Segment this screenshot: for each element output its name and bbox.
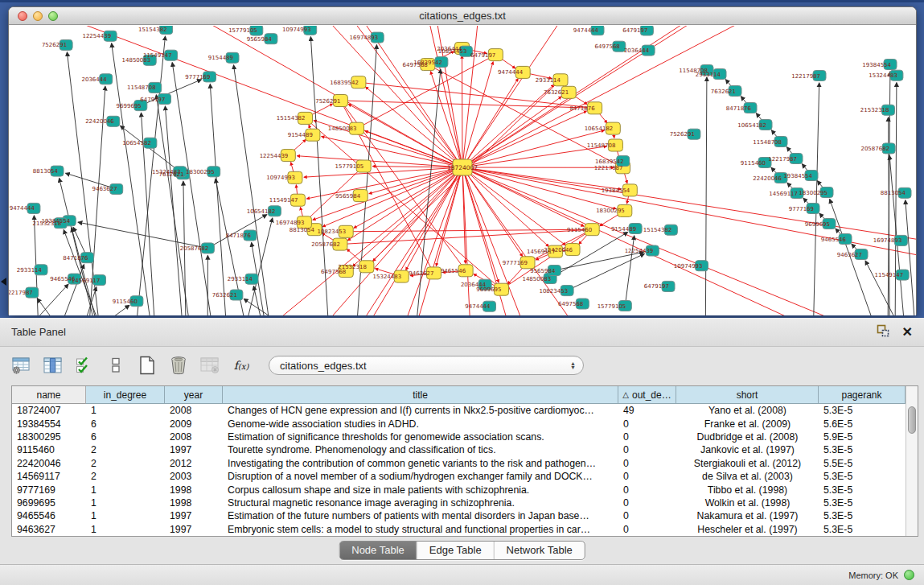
network-edge-black <box>121 126 180 171</box>
column-header-in_degree[interactable]: in_degree <box>86 386 165 404</box>
tab-node-table[interactable]: Node Table <box>339 542 417 559</box>
column-header-out_de[interactable]: △out_de… <box>618 386 676 404</box>
table-row[interactable]: 977716911998Corpus callosum shape and si… <box>12 483 906 496</box>
cell-year: 2003 <box>165 471 223 482</box>
table-row[interactable]: 946554611997Estimation of the future num… <box>12 509 906 522</box>
network-edge-red <box>462 26 916 167</box>
network-node-label: 19384554 <box>783 173 812 179</box>
column-header-year[interactable]: year <box>165 386 223 404</box>
network-node-label: 12254439 <box>625 248 654 254</box>
tab-edge-table[interactable]: Edge Table <box>417 542 494 559</box>
table-row[interactable]: 946362711997Embryonic stem cells: a mode… <box>12 523 906 536</box>
cell-short: Nakamura et al. (1997) <box>676 510 819 521</box>
network-node-label: 12217987 <box>791 73 820 80</box>
network-graph[interactable]: 6497568203644464791979474444293311476326… <box>9 26 916 315</box>
cell-year: 2012 <box>165 458 223 469</box>
cell-in_degree: 1 <box>86 524 165 535</box>
network-window[interactable]: citations_edges.txt 64975682036444647919… <box>8 6 917 315</box>
delete-table-icon <box>198 353 222 377</box>
table-selector-dropdown[interactable]: citations_edges.txt ▲▼ <box>269 356 584 375</box>
network-edge-red <box>462 146 607 167</box>
column-header-label: out_de… <box>632 389 671 401</box>
table-row[interactable]: 911546021997Tourette syndrome. Phenomeno… <box>12 443 906 456</box>
float-panel-icon[interactable] <box>877 324 889 340</box>
network-node-label: 16974893 <box>276 220 305 226</box>
show-columns-icon[interactable] <box>41 353 65 377</box>
network-node-label: 10974993 <box>282 27 311 33</box>
create-column-icon[interactable] <box>135 353 159 377</box>
table-row[interactable]: 1456911722003Disruption of a novel membe… <box>12 470 906 483</box>
table-row[interactable]: 1938455462009Genome-wide association stu… <box>12 417 906 430</box>
network-node-label: 9154489 <box>611 226 636 233</box>
cell-pagerank: 5.5E-5 <box>819 458 906 469</box>
network-node-label: 11548708 <box>587 142 616 149</box>
table-row[interactable]: 1830029562008Estimation of significance … <box>12 431 906 443</box>
delete-column-icon[interactable] <box>166 353 191 377</box>
table-header-row: namein_degreeyeartitle△out_de…shortpager… <box>12 386 906 404</box>
network-edge-black <box>210 84 228 315</box>
tab-network-table[interactable]: Network Table <box>494 542 585 559</box>
network-node-label: 15324483 <box>152 169 181 175</box>
cell-in_degree: 1 <box>86 497 165 509</box>
network-node-label: 2036444 <box>624 47 650 54</box>
network-window-titlebar[interactable]: citations_edges.txt <box>9 7 916 25</box>
network-node-label: 9474444 <box>498 69 524 76</box>
table-vertical-scrollbar[interactable] <box>906 386 918 536</box>
network-node-label: 9154489 <box>208 55 233 61</box>
network-node-label: 8471876 <box>63 255 88 262</box>
network-canvas[interactable]: 6497568203644464791979474444293311476326… <box>9 26 916 315</box>
cell-short: de Silva et al. (2003) <box>676 471 819 482</box>
cell-out_degree: 0 <box>618 510 676 521</box>
table-row[interactable]: 1872400712008Changes of HCN gene express… <box>12 404 906 417</box>
network-node-label: 15779105 <box>335 163 364 170</box>
cell-year: 2009 <box>165 418 223 430</box>
network-node-label: 18300295 <box>799 190 827 196</box>
network-node-label: 22420046 <box>753 175 782 182</box>
cell-pagerank: 5.3E-5 <box>819 510 906 521</box>
table-type-tabs: Node TableEdge TableNetwork Table <box>339 541 585 560</box>
network-node-label: 10654182 <box>247 208 276 215</box>
zoom-button[interactable] <box>48 11 58 21</box>
close-button[interactable] <box>18 11 27 21</box>
scrollbar-thumb[interactable] <box>908 406 916 434</box>
cell-out_degree: 0 <box>618 444 676 455</box>
minimize-button[interactable] <box>33 11 43 21</box>
table-row[interactable]: 969969511998Structural magnetic resonanc… <box>12 496 906 509</box>
cell-out_degree: 0 <box>618 497 676 509</box>
column-header-title[interactable]: title <box>223 386 618 404</box>
table-mode-icon[interactable] <box>10 353 34 377</box>
column-header-name[interactable]: name <box>12 386 86 404</box>
network-edge-red <box>462 62 493 167</box>
close-panel-icon[interactable]: ✕ <box>902 326 913 339</box>
network-node-label: 8813054 <box>881 190 906 196</box>
network-node-label: 18724007 <box>447 164 478 171</box>
status-bar: Memory: OK <box>0 564 924 585</box>
network-edge-red <box>462 26 916 167</box>
network-node-label: 7632621 <box>544 89 569 96</box>
network-node-label: 2933114 <box>17 267 43 274</box>
column-header-pagerank[interactable]: pagerank <box>819 386 906 404</box>
cell-year: 1997 <box>165 524 223 535</box>
table-body: 1872400712008Changes of HCN gene express… <box>12 404 906 536</box>
select-all-icon[interactable] <box>72 353 97 377</box>
network-edge-black <box>567 253 644 290</box>
network-node-label: 12217987 <box>768 156 797 163</box>
network-node-label: 11549147 <box>269 197 298 204</box>
network-node-label: 15154382 <box>277 115 306 122</box>
network-node-label: 10823453 <box>539 288 568 295</box>
cell-in_degree: 1 <box>86 405 165 416</box>
network-edge-black <box>625 236 634 306</box>
cell-name: 18300295 <box>12 431 86 443</box>
cell-out_degree: 0 <box>618 458 676 469</box>
unselect-all-icon[interactable] <box>104 353 128 377</box>
column-header-short[interactable]: short <box>676 386 819 404</box>
table-row[interactable]: 2242004622012Investigating the contribut… <box>12 457 906 470</box>
panel-collapse-arrow[interactable] <box>1 278 6 286</box>
cell-title: Structural magnetic resonance image aver… <box>223 497 618 509</box>
window-title: citations_edges.txt <box>419 10 506 22</box>
network-edge-black <box>98 305 129 315</box>
function-builder-icon[interactable]: f(x) <box>229 353 253 377</box>
network-node-label: 7632621 <box>212 292 237 299</box>
network-node-label: 14850083 <box>328 126 357 132</box>
network-node-label: 14569117 <box>72 278 101 284</box>
